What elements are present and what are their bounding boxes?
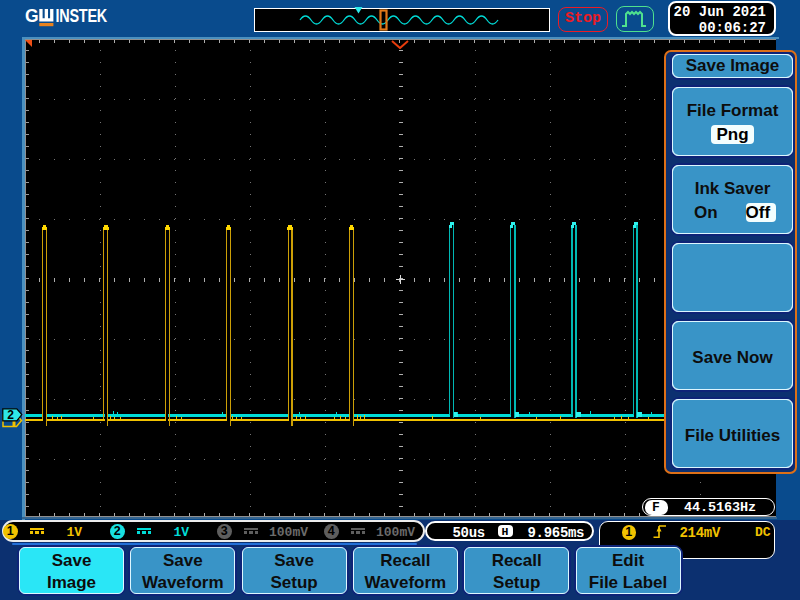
svg-text:2: 2 (7, 408, 14, 422)
